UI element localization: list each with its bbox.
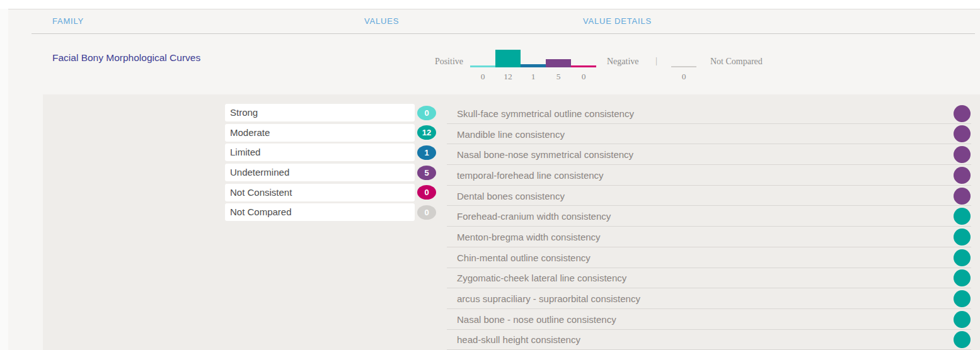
detail-label: Chin-mental outline consistency <box>457 252 591 262</box>
value-count-badge: 12 <box>417 125 436 140</box>
value-row-not-consistent[interactable]: Not Consistent0 <box>225 184 436 201</box>
value-row-undetermined[interactable]: Undetermined5 <box>225 164 436 181</box>
value-row-strong[interactable]: Strong0 <box>225 104 436 121</box>
column-header-family: FAMILY <box>52 16 84 26</box>
status-dot <box>954 146 971 163</box>
detail-label: Zygomatic-cheek lateral line consistency <box>457 273 626 283</box>
detail-row[interactable]: Mandible line consistency <box>447 124 971 145</box>
header-divider <box>32 33 975 34</box>
column-header-values: VALUES <box>364 16 399 26</box>
value-row-not-compared[interactable]: Not Compared0 <box>225 203 436 221</box>
histogram-value: 5 <box>546 72 571 82</box>
status-dot <box>954 125 971 142</box>
histogram-value: 12 <box>495 72 521 82</box>
detail-label: head-skull height consistency <box>457 334 580 345</box>
value-count-badge: 5 <box>417 166 436 180</box>
histogram-separator: | <box>655 55 657 66</box>
status-dot <box>954 249 971 266</box>
histogram-segment-undetermined <box>546 49 571 67</box>
column-header-value-details: VALUE DETAILS <box>583 16 652 26</box>
detail-row[interactable]: Chin-mental outline consistency <box>447 247 971 268</box>
status-dot <box>954 167 971 184</box>
histogram-bar <box>571 65 596 67</box>
value-count-badge: 0 <box>417 185 436 200</box>
status-dot <box>954 269 971 286</box>
histogram-value: 0 <box>470 72 495 82</box>
detail-row[interactable]: Nasal bone-nose symmetrical consistency <box>447 144 971 165</box>
value-row-limited[interactable]: Limited1 <box>225 144 436 161</box>
histogram-segment-not-consistent <box>571 49 596 67</box>
histogram-values-row: 012150 <box>470 72 596 82</box>
status-dot <box>954 229 971 246</box>
histogram-value: 0 <box>571 72 596 82</box>
detail-label: Menton-bregma width consistency <box>457 231 601 242</box>
status-dot <box>954 311 971 328</box>
detail-row[interactable]: head-skull height consistency <box>447 330 971 350</box>
top-border <box>8 9 980 9</box>
histogram-negative-label: Negative <box>607 57 639 67</box>
detail-row[interactable]: Dental bones consistency <box>447 186 971 206</box>
detail-row[interactable]: Menton-bregma width consistency <box>447 227 971 247</box>
detail-row[interactable]: Nasal bone - nose outline consistency <box>447 309 971 330</box>
histogram-bar <box>495 50 521 67</box>
histogram-not-compared-label: Not Compared <box>710 57 763 67</box>
histogram-bar <box>546 59 571 67</box>
status-dot <box>954 105 971 122</box>
family-details-panel: Strong0Moderate12Limited1Undetermined5No… <box>43 94 980 350</box>
status-dot <box>954 208 971 225</box>
detail-label: Nasal bone-nose symmetrical consistency <box>457 149 633 160</box>
detail-label: arcus supraciliary - supraorbital consis… <box>457 293 640 304</box>
histogram-segment-strong <box>470 49 495 67</box>
detail-label: temporal-forehead line consistency <box>457 169 604 180</box>
detail-label: Mandible line consistency <box>457 128 565 139</box>
values-summary-list: Strong0Moderate12Limited1Undetermined5No… <box>225 104 436 223</box>
detail-label: Forehead-cranium width consistency <box>457 211 611 222</box>
value-row-moderate[interactable]: Moderate12 <box>225 124 436 142</box>
histogram-bar <box>521 64 546 67</box>
histogram-positive-label: Positive <box>406 57 463 67</box>
family-row-title[interactable]: Facial Bony Morphological Curves <box>52 52 200 64</box>
values-histogram <box>470 49 596 67</box>
detail-row[interactable]: temporal-forehead line consistency <box>447 165 971 186</box>
value-label: Limited <box>225 144 415 161</box>
detail-label: Dental bones consistency <box>457 190 565 201</box>
value-label: Not Compared <box>225 203 415 221</box>
value-count-badge: 0 <box>417 106 436 120</box>
value-label: Not Consistent <box>225 184 415 201</box>
histogram-segment-limited <box>521 49 546 67</box>
value-label: Strong <box>225 104 415 121</box>
value-details-list: Skull-face symmetrical outline consisten… <box>447 103 971 350</box>
not-compared-value: 0 <box>671 72 696 82</box>
detail-row[interactable]: Skull-face symmetrical outline consisten… <box>447 103 971 124</box>
results-table: { "header": { "family_label": "FAMILY", … <box>0 0 980 350</box>
histogram-value: 1 <box>521 72 546 82</box>
detail-label: Nasal bone - nose outline consistency <box>457 313 616 324</box>
value-count-badge: 1 <box>417 145 436 160</box>
detail-row[interactable]: Forehead-cranium width consistency <box>447 206 971 227</box>
top-bar <box>0 0 980 9</box>
detail-row[interactable]: Zygomatic-cheek lateral line consistency <box>447 268 971 289</box>
detail-label: Skull-face symmetrical outline consisten… <box>457 108 634 118</box>
status-dot <box>954 188 971 205</box>
histogram-bar <box>470 65 495 67</box>
detail-row[interactable]: arcus supraciliary - supraorbital consis… <box>447 288 971 309</box>
value-label: Moderate <box>225 124 415 142</box>
status-dot <box>954 290 971 307</box>
value-count-badge: 0 <box>417 205 436 220</box>
value-label: Undetermined <box>225 164 415 181</box>
not-compared-baseline <box>671 66 696 67</box>
status-dot <box>954 331 971 348</box>
histogram-segment-moderate <box>495 49 521 67</box>
